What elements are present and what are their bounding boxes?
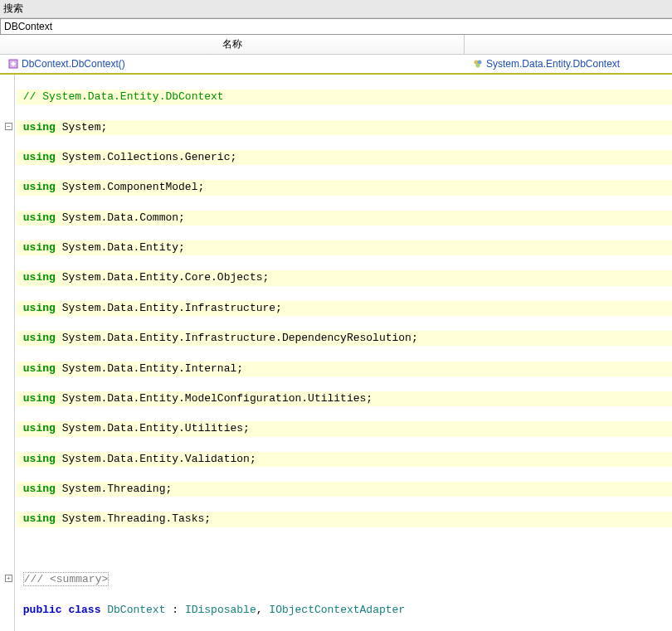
results-row: DbContext.DbContext() System.Data.Entity…: [0, 55, 672, 73]
search-input-row: [0, 18, 672, 35]
code-body: // System.Data.Entity.DbContext − using …: [15, 75, 672, 631]
fold-icon[interactable]: −: [5, 123, 12, 130]
method-icon: [8, 59, 18, 69]
search-input[interactable]: [4, 21, 669, 32]
top-comment: // System.Data.Entity.DbContext: [23, 90, 224, 103]
search-panel-title: 搜索: [0, 0, 672, 18]
result-method-text: DbContext.DbContext(): [22, 58, 125, 70]
column-header-name[interactable]: 名称: [0, 35, 465, 54]
gutter: [0, 75, 15, 631]
results-header-row: 名称: [0, 35, 672, 55]
fold-icon[interactable]: +: [5, 575, 12, 582]
result-class-text: System.Data.Entity.DbContext: [486, 58, 620, 70]
code-editor[interactable]: // System.Data.Entity.DbContext − using …: [0, 73, 672, 631]
class-icon: [473, 59, 483, 69]
svg-point-3: [476, 64, 480, 68]
result-class[interactable]: System.Data.Entity.DbContext: [465, 56, 672, 71]
column-header-right[interactable]: [465, 35, 672, 54]
result-method[interactable]: DbContext.DbContext(): [0, 56, 465, 71]
